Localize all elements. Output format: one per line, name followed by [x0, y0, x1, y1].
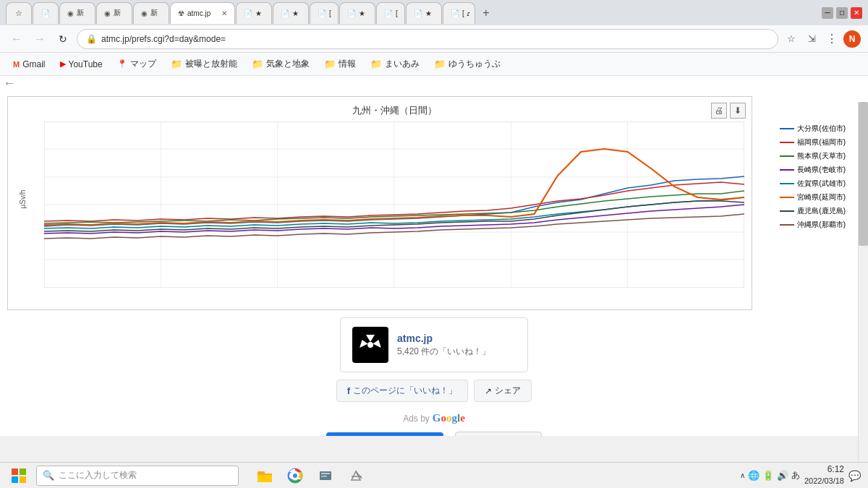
tab-bracket3[interactable]: 📄 [ ɾ [443, 2, 475, 24]
taskbar-search-bar[interactable]: 🔍 ここに入力して検索 [36, 466, 239, 486]
tray-speaker-icon[interactable]: 🔊 [777, 470, 788, 481]
bookmark-folder-info[interactable]: 📁 情報 [318, 56, 362, 72]
folder-maiami-icon: 📁 [370, 59, 382, 69]
chart-tools: 🖨 ⬇ [711, 103, 746, 119]
bookmark-star-button[interactable]: ☆ [783, 30, 800, 48]
start-button[interactable] [7, 464, 30, 487]
new-tab-button[interactable]: + [476, 3, 496, 23]
taskbar-chrome[interactable] [281, 463, 310, 489]
sys-tray: ∧ 🌐 🔋 🔊 あ [740, 469, 800, 481]
tab-star2-label: ★ [292, 9, 299, 17]
tray-chevron-icon[interactable]: ∧ [740, 471, 745, 479]
bookmark-folder-youtube[interactable]: 📁 ゆうちゅうぶ [428, 56, 506, 72]
svg-rect-32 [258, 471, 265, 474]
page-back-arrow-icon[interactable]: ← [3, 76, 16, 91]
legend-label-miyazaki: 宮崎県(延岡市) [797, 190, 846, 204]
svg-rect-31 [20, 476, 26, 483]
forward-arrow-icon: → [34, 33, 46, 46]
tab-star4-label: ★ [425, 9, 432, 17]
taskbar-app4[interactable] [341, 463, 370, 489]
bookmark-folder-weather[interactable]: 📁 気象と地象 [246, 56, 315, 72]
bookmark-gmail[interactable]: M Gmail [7, 58, 51, 71]
chart-print-button[interactable]: 🖨 [711, 103, 727, 119]
folder-youtube-label: ゆうちゅうぶ [448, 58, 501, 70]
back-button[interactable]: ← [7, 30, 26, 48]
tab-bracket1[interactable]: 📄 [ [310, 2, 339, 24]
clock-area[interactable]: 6:12 2022/03/18 [804, 463, 844, 487]
fb-info: atmc.jp 5,420 件の「いいね！」 [397, 333, 490, 358]
window-maximize-button[interactable]: □ [836, 7, 848, 19]
tab-favicon-star[interactable]: ☆ [6, 2, 32, 24]
svg-rect-41 [321, 476, 327, 477]
forward-button[interactable]: → [30, 30, 49, 48]
bookmark-maps[interactable]: 📍 マップ [111, 56, 162, 72]
ad-stop-button[interactable]: この広告の表示を停止 [326, 432, 443, 436]
maps-label: マップ [130, 58, 156, 70]
tab-favicon-page2[interactable]: ◉ 新 [59, 2, 95, 24]
legend-item-kumamoto: 熊本県(天草市) [780, 149, 846, 163]
legend-item-kagoshima: 鹿児島(鹿児島) [780, 204, 846, 218]
tray-network-icon[interactable]: 🌐 [748, 470, 760, 481]
chart-area: μSv/h [44, 121, 744, 288]
legend-item-oita: 大分県(佐伯市) [780, 121, 846, 135]
star2-icon: 📄 [281, 9, 289, 17]
taskbar-file-explorer[interactable] [250, 463, 279, 489]
tray-ime-icon[interactable]: あ [791, 469, 800, 481]
tab-bracket2[interactable]: 📄 [ [376, 2, 405, 24]
ad-settings-button[interactable]: 広告表示設定 ⓘ [455, 432, 542, 436]
address-bar[interactable]: 🔒 atmc.jp/prefs.cgi?d=day&mode= [77, 29, 778, 49]
tray-notification-icon[interactable]: 💬 [848, 470, 861, 481]
taskbar-search-placeholder: ここに入力して検索 [59, 469, 137, 481]
status-right: ∧ 🌐 🔋 🔊 あ 6:12 2022/03/18 💬 [740, 463, 861, 487]
chart-download-button[interactable]: ⬇ [730, 103, 746, 119]
tab-close-icon[interactable]: ✕ [221, 9, 227, 17]
refresh-button[interactable]: ↻ [54, 30, 72, 48]
legend-item-fukuoka: 福岡県(福岡市) [780, 135, 846, 149]
chart-title: 九州・沖縄（日間） [44, 104, 744, 117]
tab-star4[interactable]: 📄 ★ [406, 2, 442, 24]
taskbar-app3[interactable] [311, 463, 340, 489]
back-arrow-icon: ← [11, 33, 22, 46]
scrollbar-thumb[interactable] [859, 102, 868, 246]
browser-menu-button[interactable]: ⋮ [823, 30, 841, 48]
youtube-icon: ▶ [60, 59, 66, 69]
tray-battery-icon[interactable]: 🔋 [762, 470, 774, 481]
tab-favicon-page1[interactable]: 📄 [33, 2, 59, 24]
fb-buttons-row: f このページに「いいね！」 ↗ シェア [336, 380, 532, 402]
bookmark-youtube[interactable]: ▶ YouTube [54, 58, 109, 71]
legend-label-oita: 大分県(佐伯市) [797, 121, 846, 135]
legend-label-fukuoka: 福岡県(福岡市) [797, 135, 846, 149]
tab-atmc[interactable]: ☢ atmc.jp ✕ [170, 2, 235, 24]
google-logo: Google [433, 412, 465, 424]
bookmark-folder-maiami[interactable]: 📁 まいあみ [365, 56, 425, 72]
legend-line-okinawa [780, 224, 794, 226]
tab-search-button[interactable]: ⇲ [803, 30, 820, 48]
window-minimize-button[interactable]: ─ [822, 7, 833, 19]
title-bar: ☆ 📄 ◉ 新 ◉ 新 ◉ 新 ☢ atmc.jp ✕ 📄 ★ 📄 ★ [0, 0, 868, 25]
tab-star3[interactable]: 📄 ★ [339, 2, 375, 24]
folder-weather-label: 気象と地象 [266, 58, 310, 70]
legend-item-saga: 佐賀県(武雄市) [780, 176, 846, 190]
profile-button[interactable]: N [843, 30, 861, 48]
folder-maiami-label: まいあみ [385, 58, 420, 70]
fb-likes-label: 件の「いいね！」 [421, 346, 490, 356]
fb-logo [352, 327, 388, 363]
fb-like-button[interactable]: f このページに「いいね！」 [336, 380, 468, 402]
tab-star1[interactable]: 📄 ★ [236, 2, 272, 24]
tab-star2[interactable]: 📄 ★ [273, 2, 309, 24]
legend-line-nagasaki [780, 169, 794, 171]
window-close-button[interactable]: ✕ [851, 7, 862, 19]
legend-line-miyazaki [780, 197, 794, 198]
tab-new3-label: 新 [150, 8, 158, 18]
fb-share-button[interactable]: ↗ シェア [474, 380, 532, 402]
bookmark-folder-radiation[interactable]: 📁 被曝と放射能 [165, 56, 243, 72]
page-scrollbar[interactable] [858, 102, 868, 462]
maps-icon: 📍 [117, 59, 127, 69]
clock-time: 6:12 [804, 463, 844, 476]
bookmarks-bar: M Gmail ▶ YouTube 📍 マップ 📁 被曝と放射能 📁 気象と地象… [0, 53, 868, 76]
legend-line-kagoshima [780, 210, 794, 212]
tab-star1-label: ★ [255, 9, 262, 17]
tab-favicon-page4[interactable]: ◉ 新 [133, 2, 169, 24]
tab-favicon-page3[interactable]: ◉ 新 [96, 2, 132, 24]
browser-menu-icon: ⋮ [826, 32, 838, 46]
